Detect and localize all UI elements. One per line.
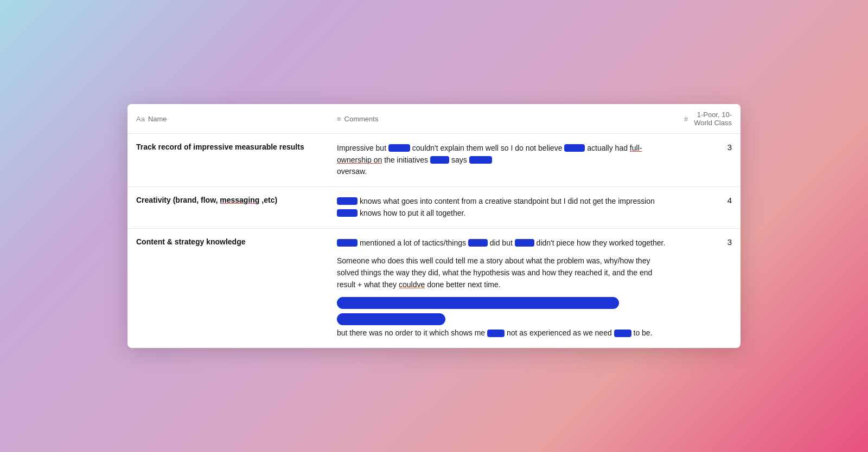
- redacted-block: [337, 239, 358, 247]
- lines-icon: ≡: [337, 115, 341, 123]
- comment-text: not as experienced as we need: [507, 328, 612, 337]
- table-row: Creativity (brand, flow, messaging ,etc)…: [127, 187, 741, 228]
- comment-text: Someone who does this well could tell me…: [337, 256, 652, 288]
- comment-text: didn't piece how they worked together.: [537, 238, 666, 247]
- header-comments-label: Comments: [344, 115, 379, 123]
- comment-text: couldn't explain them well so I do not b…: [412, 144, 565, 152]
- redacted-block: [337, 209, 358, 217]
- row-1-comment: Impressive but couldn't explain them wel…: [328, 134, 675, 187]
- comment-text: Impressive but: [337, 144, 386, 152]
- creativity-label: Creativity (brand, flow, messaging ,etc): [136, 196, 277, 204]
- redacted-block: [430, 156, 449, 164]
- redacted-block: [468, 239, 488, 247]
- comment-text: did but: [490, 238, 513, 247]
- comment-text: knows how to put it all together.: [360, 209, 465, 217]
- redacted-block: [469, 156, 492, 164]
- redacted-block: [337, 197, 358, 205]
- redacted-block: [564, 144, 585, 152]
- redacted-block-medium: [337, 313, 445, 325]
- aa-icon: Aa: [136, 115, 145, 123]
- table-header-row: Aa Name ≡ Comments # 1-Poor, 10-World Cl…: [127, 104, 741, 134]
- redacted-block: [515, 239, 534, 247]
- comment-paragraph-3: but there was no order to it which shows…: [337, 297, 667, 339]
- row-3-score: 3: [675, 228, 741, 348]
- header-comments: ≡ Comments: [328, 104, 675, 134]
- table-row: Track record of impressive measurable re…: [127, 134, 741, 187]
- header-name: Aa Name: [127, 104, 328, 134]
- comment-text: knows what goes into content from a crea…: [360, 197, 655, 205]
- redacted-block: [388, 144, 410, 152]
- row-3-name: Content & strategy knowledge: [127, 228, 328, 348]
- comment-text: oversaw.: [337, 167, 367, 176]
- header-score-label: 1-Poor, 10-World Class: [691, 111, 732, 127]
- table-container: Aa Name ≡ Comments # 1-Poor, 10-World Cl…: [127, 104, 741, 348]
- header-name-label: Name: [148, 115, 167, 123]
- evaluation-table: Aa Name ≡ Comments # 1-Poor, 10-World Cl…: [127, 104, 741, 348]
- comment-paragraph-2: Someone who does this well could tell me…: [337, 255, 667, 290]
- row-2-name: Creativity (brand, flow, messaging ,etc): [127, 187, 328, 228]
- table-row: Content & strategy knowledge mentioned a…: [127, 228, 741, 348]
- redacted-block: [614, 330, 631, 337]
- comment-text: but there was no order to it which shows…: [337, 328, 485, 337]
- redacted-block-long: [337, 297, 619, 309]
- row-1-name: Track record of impressive measurable re…: [127, 134, 328, 187]
- header-score: # 1-Poor, 10-World Class: [675, 104, 741, 134]
- hash-icon: #: [684, 115, 688, 123]
- underlined-text: messaging: [220, 196, 259, 204]
- row-2-score: 4: [675, 187, 741, 228]
- comment-text: says: [451, 156, 469, 164]
- comment-text: mentioned a lot of tactics/things: [360, 238, 466, 247]
- row-1-score: 3: [675, 134, 741, 187]
- redacted-block: [487, 330, 505, 337]
- row-3-comment: mentioned a lot of tactics/things did bu…: [328, 228, 675, 348]
- comment-paragraph-1: mentioned a lot of tactics/things did bu…: [337, 237, 667, 249]
- underlined-text: couldve: [399, 280, 425, 289]
- comment-text: to be.: [634, 328, 653, 337]
- row-2-comment: knows what goes into content from a crea…: [328, 187, 675, 228]
